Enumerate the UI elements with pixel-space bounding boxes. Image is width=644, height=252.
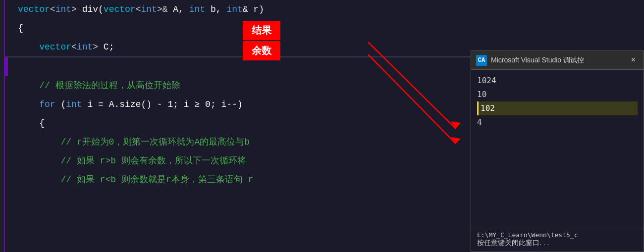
debug-close-button[interactable]: × [628, 55, 639, 66]
annotation-remainder-label: 余数 [252, 45, 271, 56]
left-gutter [0, 0, 5, 252]
debug-titlebar: CA Microsoft Visual Studio 调试控 × [471, 51, 644, 70]
debug-footer: E:\MY_C_Learn\Wenn\test5_c 按任意键关闭此窗口. . … [471, 227, 644, 252]
annotation-remainder: 余数 [243, 41, 280, 60]
code-text-4 [8, 57, 27, 76]
debug-output: 1024 10 102 4 [471, 70, 644, 227]
annotation-result-label: 结果 [252, 25, 271, 36]
debug-prompt: 按任意键关闭此窗口. . . [477, 239, 638, 248]
annotation-result: 结果 [243, 21, 280, 40]
token-int1: int [55, 3, 71, 16]
debug-output-line-3: 102 [477, 101, 638, 115]
code-line-1: vector<int> div(vector<int>& A, int b, i… [5, 0, 644, 19]
debug-window: CA Microsoft Visual Studio 调试控 × 1024 10… [471, 50, 644, 252]
code-text-10: // 如果 r<b 则余数就是r本身，第三条语句 r [8, 170, 257, 189]
debug-title: Microsoft Visual Studio 调试控 [491, 56, 624, 65]
code-text-7: { [8, 114, 49, 133]
annotation-container: 结果 余数 [243, 21, 280, 60]
debug-icon: CA [476, 55, 487, 66]
token-vector1: vector [18, 3, 50, 16]
code-text-3: vector<int> C; [8, 38, 118, 56]
debug-output-line-2: 10 [477, 88, 638, 101]
debug-path: E:\MY_C_Learn\Wenn\test5_c [477, 231, 638, 239]
code-text-5: // 根据除法的过程，从高位开始除 [8, 76, 184, 95]
code-line-2: { [5, 19, 644, 38]
code-text-8: // r开始为0，则第一次循环就为A的最高位与b [8, 133, 254, 151]
code-text-9: // 如果 r>b 则会有余数，所以下一次循环将 [8, 151, 250, 170]
code-text-2: { [8, 19, 27, 38]
code-area: vector<int> div(vector<int>& A, int b, i… [5, 0, 644, 252]
code-text-1: vector<int> div(vector<int>& A, int b, i… [8, 0, 268, 19]
debug-output-line-4: 4 [477, 115, 638, 129]
code-text-6: for (int i = A.size() - 1; i ≥ 0; i--) [8, 95, 247, 114]
debug-output-line-1: 1024 [477, 74, 638, 88]
main-container: vector<int> div(vector<int>& A, int b, i… [0, 0, 644, 252]
